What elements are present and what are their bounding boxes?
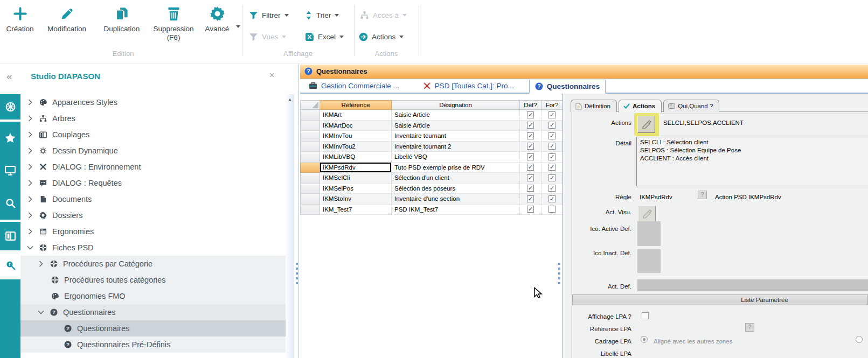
tree-item-dessin-dynamique[interactable]: Dessin Dynamique xyxy=(20,143,286,159)
for-checkbox[interactable]: ✓ xyxy=(548,153,555,160)
chevron-right-icon[interactable] xyxy=(28,148,33,154)
chevron-right-icon[interactable] xyxy=(28,212,33,219)
tree-item-ergonomies-fmo[interactable]: Ergonomies FMO xyxy=(20,288,286,304)
avance-button[interactable]: Avancé xyxy=(200,4,234,33)
cadrage-radio-aligned[interactable] xyxy=(641,336,648,343)
detail-text-area[interactable]: SELCLI : Sélection client SELPOS : Sélec… xyxy=(636,137,868,186)
sidebar-splitter[interactable] xyxy=(298,64,299,358)
table-row-selected[interactable]: IKMPsdRdv Tuto PSD exemple prise de RDV … xyxy=(300,163,563,173)
rail-item-pin-search[interactable] xyxy=(0,250,20,279)
chevron-right-icon[interactable] xyxy=(28,180,33,186)
trier-caret[interactable] xyxy=(335,14,339,19)
def-checkbox[interactable]: ✓ xyxy=(527,132,534,139)
for-checkbox[interactable]: ✓ xyxy=(548,164,555,171)
trier-button[interactable]: Trier xyxy=(305,8,339,22)
def-checkbox[interactable]: ✓ xyxy=(527,143,534,150)
def-checkbox[interactable]: ✓ xyxy=(527,206,534,213)
collapse-sidebar-icon[interactable]: « xyxy=(6,71,12,82)
cadrage-radio-other[interactable] xyxy=(856,336,863,343)
tree-item-couplages[interactable]: Couplages xyxy=(20,127,286,143)
row-selector[interactable] xyxy=(300,131,320,142)
tab-qui-quand[interactable]: Qui,Quand ? xyxy=(663,100,719,112)
suppression-button[interactable]: Suppression (F6) xyxy=(149,4,198,42)
tree-item-procedures-toutes-categories[interactable]: Procédures toutes catégories xyxy=(20,272,286,288)
table-row[interactable]: IKMInvTou Inventaire tournant ✓ ✓ xyxy=(300,131,563,142)
sidebar-scrollbar[interactable]: ▲ xyxy=(286,94,294,358)
for-checkbox[interactable]: ✓ xyxy=(548,185,555,192)
tree-item-fiches-psd[interactable]: Fiches PSD xyxy=(20,240,286,256)
tree-item-questionnaires-parent[interactable]: ? Questionnaires xyxy=(20,304,286,320)
for-checkbox[interactable]: ✓ xyxy=(548,143,555,150)
reference-lpa-help-button[interactable]: ? xyxy=(745,323,754,332)
chevron-right-icon[interactable] xyxy=(28,99,33,106)
chevron-right-icon[interactable] xyxy=(28,131,33,138)
def-checkbox[interactable]: ✓ xyxy=(527,195,534,202)
row-selector[interactable] xyxy=(300,173,320,184)
regle-value[interactable]: IKMPsdRdv xyxy=(640,194,672,200)
for-checkbox[interactable]: ✓ xyxy=(548,122,555,129)
tab-actions[interactable]: Actions xyxy=(619,100,662,113)
filtrer-caret[interactable] xyxy=(284,14,289,19)
row-selector[interactable] xyxy=(300,184,320,194)
excel-caret[interactable] xyxy=(339,36,344,40)
act-def-field[interactable] xyxy=(637,279,868,291)
tab-questionnaires[interactable]: ? Questionnaires xyxy=(529,80,606,94)
avance-dropdown-caret[interactable] xyxy=(236,25,240,30)
actions-picker-button[interactable] xyxy=(637,116,655,133)
affichage-lpa-checkbox[interactable] xyxy=(642,312,649,319)
for-checkbox[interactable]: ✓ xyxy=(548,195,555,202)
table-row[interactable]: IKMSelPos Sélection des poseurs ✓ ✓ xyxy=(300,184,563,194)
table-row[interactable]: IKMStoInv Inventaire d'une section ✓ ✓ xyxy=(300,194,563,205)
actions-value[interactable]: SELCLI,SELPOS,ACCLIENT xyxy=(663,120,744,126)
rail-item-wheel[interactable] xyxy=(0,94,20,120)
tree-item-dialog-environnement[interactable]: DIALOG : Environnement xyxy=(20,159,286,175)
chevron-right-icon[interactable] xyxy=(28,164,33,170)
select-all-corner[interactable] xyxy=(300,100,320,110)
tree-item-arbres[interactable]: Arbres xyxy=(20,110,286,127)
def-checkbox[interactable]: ✓ xyxy=(527,185,534,192)
table-row[interactable]: IKM_Test7 PSD IKM_Test7 ✓ xyxy=(300,205,563,215)
for-checkbox[interactable] xyxy=(548,206,555,213)
table-row[interactable]: IKMArtDoc Saisie Article ✓ ✓ xyxy=(300,121,563,131)
actions-button[interactable]: Actions xyxy=(359,30,404,44)
table-row[interactable]: IKMLibVBQ Libellé VBQ ✓ ✓ xyxy=(300,152,563,163)
tree-item-ergonomies[interactable]: Ergonomies xyxy=(20,223,286,240)
column-header-for[interactable]: For? xyxy=(541,100,563,110)
for-checkbox[interactable]: ✓ xyxy=(548,174,555,181)
tree-item-apparences-styles[interactable]: Apparences Styles xyxy=(20,94,286,110)
selected-cell[interactable]: IKMPsdRdv xyxy=(320,163,392,173)
vues-button[interactable]: Vues xyxy=(249,30,286,44)
tab-definition[interactable]: Définition xyxy=(571,100,617,112)
duplication-button[interactable]: Duplication xyxy=(98,4,145,33)
chevron-right-icon[interactable] xyxy=(39,261,44,267)
row-selector[interactable] xyxy=(300,152,320,163)
row-selector[interactable] xyxy=(300,194,320,205)
column-header-designation[interactable]: Désignation xyxy=(392,100,520,110)
splitter-grip[interactable] xyxy=(296,263,298,287)
scroll-up-icon[interactable]: ▲ xyxy=(286,94,294,102)
creation-button[interactable]: Création xyxy=(4,4,36,33)
star-icon[interactable] xyxy=(5,133,16,143)
tree-item-questionnaires-predefinis[interactable]: ? Questionnaires Pré-Définis xyxy=(20,336,286,353)
chevron-right-icon[interactable] xyxy=(28,228,33,235)
row-selector[interactable] xyxy=(300,205,320,215)
tree-item-questionnaires-selected[interactable]: ? Questionnaires xyxy=(20,320,286,336)
tree-item-procedures-par-categorie[interactable]: Procédures par Catégorie xyxy=(20,256,286,272)
tree-item-dossiers[interactable]: Dossiers xyxy=(20,207,286,223)
search-icon[interactable] xyxy=(5,198,16,208)
def-checkbox[interactable]: ✓ xyxy=(527,111,534,118)
column-header-def[interactable]: Déf? xyxy=(520,100,541,110)
table-row[interactable]: IKMSelCli Sélection d'un client ✓ ✓ xyxy=(300,173,563,184)
excel-button[interactable]: Excel xyxy=(305,30,344,44)
table-row[interactable]: IKMInvTou2 Inventaire tournant 2 ✓ ✓ xyxy=(300,142,563,152)
acces-a-button[interactable]: Accès à xyxy=(360,8,407,22)
act-visu-button[interactable] xyxy=(638,206,656,222)
monitor-icon[interactable] xyxy=(5,166,16,176)
close-icon[interactable]: × xyxy=(269,71,274,80)
def-checkbox[interactable]: ✓ xyxy=(527,122,534,129)
ico-inact-box[interactable] xyxy=(637,249,661,273)
tree-item-documents[interactable]: Documents xyxy=(20,191,286,207)
tab-gestion-commerciale[interactable]: Gestion Commerciale ... xyxy=(303,79,405,93)
regle-help-button[interactable]: ? xyxy=(698,191,707,199)
chevron-down-icon[interactable] xyxy=(28,244,33,251)
